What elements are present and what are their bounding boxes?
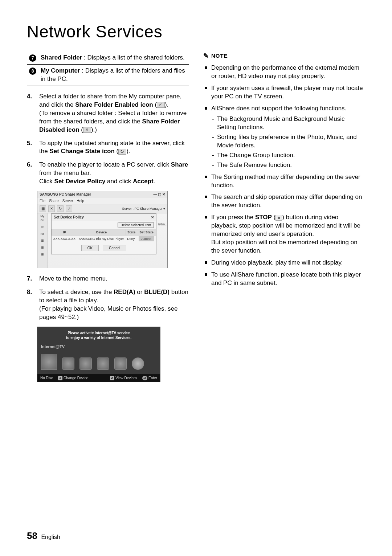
note-item: The Sorting method may differ depending … [203,173,365,190]
delete-selected-button[interactable]: Delete Selected Item [118,222,154,228]
view-devices-hint: dView Devices [110,376,137,381]
step-num: 5. [27,139,34,156]
internet-tv-icon[interactable] [41,354,57,370]
step-body: To select a device, use the RED(A) or BL… [39,288,189,322]
step-num: 8. [27,288,34,322]
page-footer: 58 English [27,530,60,541]
step-num: 7. [27,275,34,283]
note-item: AllShare does not support the following … [203,105,365,169]
pencil-icon [203,52,209,60]
window-controls[interactable]: — ▢ ✕ [153,192,165,197]
page-language: English [41,534,60,540]
col-state: State [126,229,137,235]
step-body: Select a folder to share from the My com… [39,93,189,134]
col-device: Device [77,229,126,235]
internet-tv-label: Internet@TV [37,344,160,352]
disc-status: No Disc [40,376,53,381]
menu-icon[interactable] [97,357,109,370]
step-num: 4. [27,93,34,134]
cutoff-text: lettin.. [158,222,167,226]
step-body: To apply the updated sharing state to th… [39,139,189,156]
toolbar-button[interactable]: ✕ [48,205,55,212]
key-d-icon: d [110,376,114,380]
menu-bar[interactable]: FileShareServerHelp [37,198,167,204]
accept-button[interactable]: Accept [139,236,155,241]
toolbar-button[interactable]: ↗ [66,205,72,212]
left-pane: My Co C: Na ▦▦▦ [37,213,48,268]
note-subitem: The Change Group function. [211,151,365,160]
menu-icon[interactable] [114,357,127,370]
def-num-7: 7 [29,54,36,62]
stop-icon [275,215,282,221]
note-item: The search and skip operation may differ… [203,193,365,210]
def-label: My Computer [41,67,80,74]
step-num: 6. [27,161,34,186]
note-subitem: The Safe Remove function. [211,161,365,169]
home-menu-screenshot: Please activate Internet@TV service to e… [37,327,160,382]
ok-button[interactable]: OK [81,245,99,251]
page-title: Network Services [27,22,365,41]
col-setstate: Set State [137,229,156,235]
share-enabled-icon [157,102,165,108]
enter-hint: ⏎Enter [142,376,157,381]
note-subitem: The Background Music and Background Musi… [211,115,365,132]
note-item: If your system uses a firewall, the play… [203,84,365,101]
enter-icon: ⏎ [142,376,147,380]
menu-icon[interactable] [62,357,74,370]
dialog-close[interactable]: ✕ [151,215,154,220]
def-label: Shared Folder [41,54,82,61]
banner-text: Please activate Internet@TV service to e… [37,327,160,344]
toolbar-button[interactable]: ↻ [57,205,64,212]
def-desc: : Displays a list of the shared folders. [82,54,185,61]
share-disabled-icon [83,127,91,133]
key-a-icon: a [58,376,62,380]
note-item: To use AllShare function, please locate … [203,271,365,287]
window-title: SAMSUNG PC Share Manager [40,192,91,197]
set-change-state-icon [118,149,126,155]
menu-icon[interactable] [132,357,144,370]
pc-share-manager-screenshot: SAMSUNG PC Share Manager — ▢ ✕ FileShare… [37,191,168,268]
note-item: If you press the STOP () button during v… [203,213,365,255]
note-heading: NOTE [203,52,365,60]
note-subitem: Sorting files by preference in the Photo… [211,133,365,150]
step-body: Move to the home menu. [39,275,107,283]
dialog-title: Set Device Policy [54,215,84,220]
server-indicator[interactable]: Server : PC Share Manager ▾ [122,207,165,211]
definitions-table: 7 Shared Folder : Displays a list of the… [27,52,189,86]
menu-icon[interactable] [79,357,92,370]
change-device-hint: aChange Device [58,376,88,381]
toolbar-button[interactable]: ▦ [40,205,46,212]
page-number: 58 [27,530,37,541]
table-row[interactable]: XXX.XXX.X.XX SAMSUNG Blu-ray Disc Player… [52,235,156,242]
set-device-policy-dialog: Set Device Policy✕ Delete Selected Item … [51,213,156,254]
col-ip: IP [52,229,77,235]
note-item: During video playback, play time will no… [203,259,365,267]
cancel-button[interactable]: Cancel [103,245,126,251]
def-num-8: 8 [29,68,36,75]
step-body: To enable the player to locate a PC serv… [39,161,189,186]
note-item: Depending on the performance of the exte… [203,64,365,81]
